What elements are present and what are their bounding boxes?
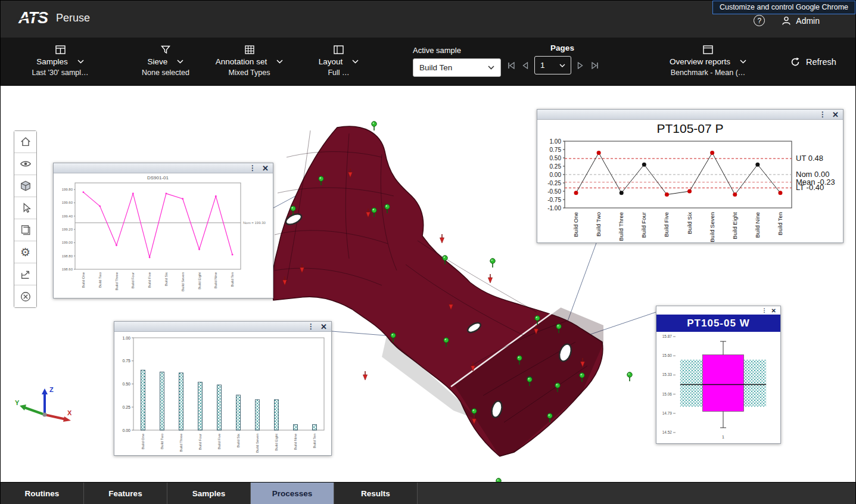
refresh-button[interactable]: Refresh (790, 57, 836, 67)
page-select[interactable]: 1 (534, 56, 571, 74)
panel-close-icon[interactable]: ✕ (832, 110, 839, 119)
svg-text:Build Three: Build Three (179, 433, 183, 452)
select-button[interactable] (14, 197, 36, 219)
pt105-05-box-plot: 15.8715.6015.3315.0614.7914.521 (656, 332, 780, 443)
prev-page-button[interactable] (520, 60, 531, 71)
panel-pt105-05[interactable]: ⋮ ✕ PT105-05 W 15.8715.6015.3315.0614.79… (656, 306, 781, 444)
layers-button[interactable] (14, 219, 36, 241)
next-page-button[interactable] (575, 60, 586, 71)
active-sample-value: Build Ten (419, 63, 452, 72)
panel-pt105-07[interactable]: ⋮ ✕ PT105-07 P 1.000.750.500.250.00-0.25… (537, 109, 843, 243)
settings-button[interactable]: ⚙ (14, 241, 36, 263)
sieve-label: Sieve (148, 57, 168, 66)
panel-ds901[interactable]: ⋮ ✕ DS901-01199.80199.60199.40199.20199.… (53, 163, 273, 298)
chevron-down-icon (77, 60, 84, 64)
sieve-dropdown[interactable]: Sieve None selected (127, 43, 204, 77)
panel-close-icon[interactable]: ✕ (262, 164, 269, 173)
svg-text:Build Eight: Build Eight (198, 272, 201, 290)
svg-text:-0.25: -0.25 (547, 180, 561, 186)
chevron-down-icon (559, 64, 565, 67)
samples-label: Samples (36, 57, 68, 66)
ats-logo: ATS (18, 9, 48, 27)
active-sample-select[interactable]: Build Ten (413, 58, 501, 77)
panel-menu-icon[interactable]: ⋮ (249, 164, 256, 172)
last-page-button[interactable] (589, 60, 600, 71)
page-value: 1 (540, 61, 545, 70)
svg-text:Build Five: Build Five (148, 272, 151, 288)
3d-viewport[interactable]: ⚙ Z X Y (1, 86, 855, 482)
first-page-button[interactable] (506, 60, 516, 71)
cancel-button[interactable] (14, 285, 36, 307)
svg-text:Build Two: Build Two (98, 272, 102, 288)
svg-text:Build Eight: Build Eight (732, 212, 738, 239)
svg-text:14.79: 14.79 (662, 411, 673, 415)
svg-text:Build Four: Build Four (131, 272, 135, 288)
svg-text:Build Four: Build Four (198, 434, 202, 450)
gear-icon: ⚙ (20, 247, 30, 258)
app-window: ATS Peruse Customize and control Google … (0, 0, 856, 504)
refresh-label: Refresh (806, 57, 836, 67)
svg-text:DS901-01: DS901-01 (147, 175, 169, 181)
report-icon (703, 45, 713, 54)
samples-dropdown[interactable]: Samples Last '30' sampl… (15, 43, 105, 77)
visibility-button[interactable] (14, 153, 36, 175)
svg-text:Build Three: Build Three (115, 272, 119, 290)
svg-text:Build One: Build One (572, 212, 579, 237)
svg-text:UT 0.48: UT 0.48 (796, 154, 823, 163)
svg-text:15.60: 15.60 (662, 353, 673, 357)
svg-text:Build Five: Build Five (663, 212, 670, 237)
tab-routines[interactable]: Routines (1, 483, 84, 504)
help-button[interactable]: ? (754, 15, 765, 26)
svg-text:Build One: Build One (82, 272, 85, 288)
export-button[interactable] (14, 263, 36, 285)
tab-samples[interactable]: Samples (167, 483, 251, 504)
svg-text:Build Ten: Build Ten (777, 212, 783, 235)
annotation-set-dropdown[interactable]: Annotation set Mixed Types (212, 43, 287, 77)
svg-text:Build Five: Build Five (217, 433, 221, 449)
bottom-tab-bar: RoutinesFeaturesSamplesProcessesResults (1, 482, 855, 504)
tab-features[interactable]: Features (84, 483, 167, 504)
panel-menu-icon[interactable]: ⋮ (307, 322, 315, 331)
pages-label: Pages (506, 43, 619, 52)
svg-text:15.06: 15.06 (662, 392, 673, 396)
active-sample-label: Active sample (413, 46, 501, 55)
panel-close-icon[interactable]: ✕ (771, 307, 776, 314)
panel-menu-icon[interactable]: ⋮ (762, 307, 767, 313)
layout-subtitle: Full … (328, 69, 349, 77)
svg-text:Build Nine: Build Nine (754, 212, 761, 238)
svg-text:1.00: 1.00 (122, 336, 130, 340)
panel-ds901-header: ⋮ ✕ (54, 163, 273, 173)
panel-menu-icon[interactable]: ⋮ (819, 110, 826, 119)
annotation-set-label: Annotation set (216, 57, 267, 66)
pt105-07-run-chart: 1.000.750.500.250.00-0.25-0.50-0.75-1.00… (537, 138, 843, 242)
tab-processes[interactable]: Processes (251, 483, 334, 504)
tab-results[interactable]: Results (334, 483, 418, 504)
svg-text:198.80: 198.80 (62, 254, 73, 258)
chrome-tooltip: Customize and control Google Chrome (712, 1, 855, 14)
annotation-grid-icon (245, 45, 254, 54)
panel-bar-chart[interactable]: ⋮ ✕ 1.000.750.500.250.00Build OneBuild T… (114, 321, 332, 456)
svg-text:0.00: 0.00 (122, 428, 130, 433)
svg-text:1: 1 (722, 435, 724, 439)
svg-text:Build Six: Build Six (686, 212, 693, 234)
cursor-icon (20, 202, 32, 214)
help-icon: ? (757, 17, 761, 25)
cube-icon (20, 180, 32, 192)
svg-text:Build Three: Build Three (618, 212, 624, 241)
svg-text:-0.75: -0.75 (547, 197, 561, 203)
export-icon (20, 268, 32, 280)
axis-triad: Z X Y (14, 384, 73, 423)
layout-dropdown[interactable]: Layout Full … (310, 43, 367, 77)
y-axis-label: Y (15, 399, 20, 406)
overview-reports-dropdown[interactable]: Overview reports Benchmark - Mean (… (650, 43, 766, 77)
svg-text:Build Ten: Build Ten (231, 272, 234, 287)
svg-text:15.33: 15.33 (662, 372, 673, 377)
home-view-button[interactable] (14, 131, 36, 153)
pt105-05-title: PT105-05 W (656, 315, 780, 332)
panel-close-icon[interactable]: ✕ (320, 322, 327, 331)
prev-page-icon (522, 62, 528, 69)
admin-menu[interactable]: Admin (782, 16, 820, 26)
iso-view-button[interactable] (14, 175, 36, 197)
svg-text:1.00: 1.00 (550, 138, 562, 145)
pt105-07-title: PT105-07 P (537, 120, 843, 138)
